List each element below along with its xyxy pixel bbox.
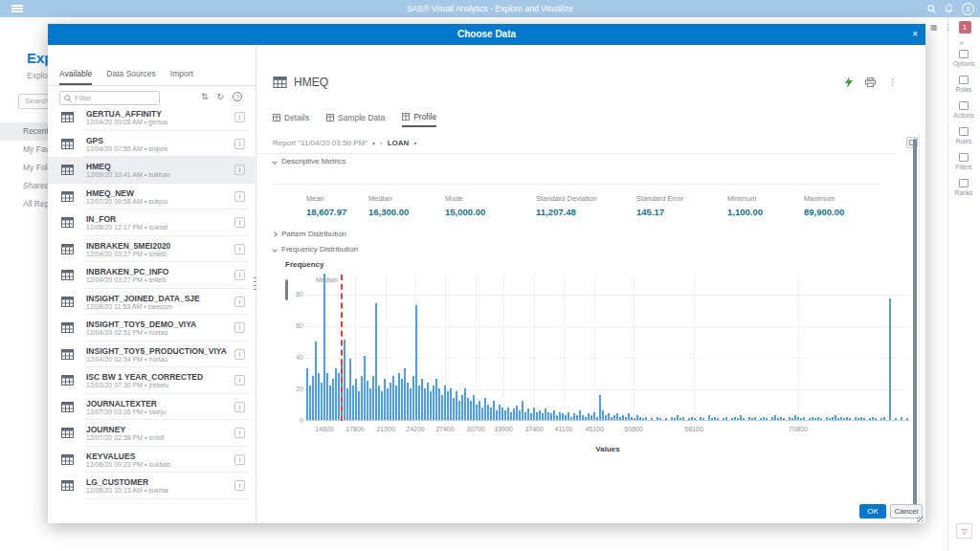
histogram-bar[interactable]	[410, 388, 412, 420]
info-icon[interactable]: i	[234, 297, 245, 307]
histogram-bar[interactable]	[717, 418, 719, 420]
histogram-bar[interactable]	[619, 417, 621, 420]
histogram-bar[interactable]	[665, 418, 667, 420]
histogram-bar[interactable]	[530, 413, 532, 420]
dataset-row[interactable]: ISC BW 1 YEAR_CORRECTED12/03/20 07:30 PM…	[48, 367, 255, 394]
histogram-bar[interactable]	[542, 413, 544, 420]
histogram-bar[interactable]	[501, 408, 503, 420]
histogram-bar[interactable]	[766, 418, 768, 420]
info-icon[interactable]: i	[234, 322, 245, 333]
histogram-bar[interactable]	[751, 418, 753, 420]
rail-filter-icon[interactable]: ▽	[956, 523, 972, 539]
histogram-bar[interactable]	[390, 383, 391, 420]
histogram-bar[interactable]	[593, 412, 595, 420]
histogram-bar[interactable]	[731, 418, 733, 420]
histogram-bar[interactable]	[677, 415, 679, 420]
histogram-bar[interactable]	[639, 417, 641, 420]
ok-button[interactable]: OK	[859, 504, 886, 518]
histogram-bar[interactable]	[484, 398, 486, 420]
rail-item-ranks[interactable]: Ranks	[947, 179, 980, 205]
histogram-bar[interactable]	[872, 417, 874, 420]
histogram-bar[interactable]	[522, 401, 523, 420]
histogram-bar[interactable]	[702, 418, 704, 420]
histogram-bar[interactable]	[378, 386, 380, 420]
resize-grip[interactable]	[917, 517, 924, 522]
histogram-bar[interactable]	[829, 418, 831, 420]
dataset-row[interactable]: INBRAKEN_5MEI202012/04/20 03:27 PM • snl…	[48, 236, 255, 263]
section-pattern-distribution[interactable]: Pattern Distribution	[273, 230, 346, 238]
histogram-bar[interactable]	[734, 417, 736, 420]
histogram-bar[interactable]	[636, 415, 638, 420]
histogram-bar[interactable]	[453, 398, 455, 420]
histogram-bar[interactable]	[507, 408, 509, 420]
histogram-bar[interactable]	[725, 417, 727, 420]
histogram-bar[interactable]	[596, 417, 598, 420]
histogram-bar[interactable]	[590, 415, 592, 420]
histogram-bar[interactable]	[613, 415, 615, 420]
info-icon[interactable]: i	[234, 349, 245, 360]
histogram-bar[interactable]	[708, 415, 710, 420]
filter-input[interactable]: Filter	[59, 91, 160, 105]
histogram-bar[interactable]	[430, 391, 432, 420]
histogram-bar[interactable]	[634, 418, 635, 420]
histogram-bar[interactable]	[464, 388, 466, 420]
histogram-bar[interactable]	[814, 418, 816, 420]
histogram-bar[interactable]	[863, 418, 865, 420]
histogram-bar[interactable]	[461, 395, 463, 420]
dataset-row[interactable]: GPS12/04/20 07:55 AM • snlpeki	[48, 131, 255, 158]
histogram-bar[interactable]	[889, 298, 891, 420]
info-icon[interactable]: i	[234, 480, 245, 491]
histogram-bar[interactable]	[355, 379, 357, 420]
histogram-bar[interactable]	[516, 406, 518, 420]
info-icon[interactable]: i	[234, 191, 245, 202]
histogram-bar[interactable]	[361, 376, 363, 420]
histogram-bar[interactable]	[860, 417, 862, 420]
search-icon[interactable]	[927, 5, 936, 13]
histogram-bar[interactable]	[332, 379, 334, 420]
histogram-bar[interactable]	[315, 342, 317, 420]
histogram-bar[interactable]	[671, 417, 673, 420]
histogram-bar[interactable]	[858, 418, 859, 420]
histogram-bar[interactable]	[803, 417, 805, 420]
dataset-row[interactable]: INBRAKEN_PC_INFO12/04/20 03:27 PM • snle…	[48, 262, 255, 289]
histogram-bar[interactable]	[674, 418, 676, 420]
histogram-bar[interactable]	[384, 379, 386, 420]
histogram-bar[interactable]	[309, 386, 311, 420]
histogram-bar[interactable]	[556, 415, 558, 420]
histogram-bar[interactable]	[817, 417, 819, 420]
histogram-bar[interactable]	[321, 383, 323, 420]
dataset-row[interactable]: LG_CUSTOMER12/08/20 10:13 AM • sukhari	[48, 473, 255, 499]
histogram-bar[interactable]	[504, 410, 506, 420]
histogram-bar[interactable]	[679, 418, 681, 420]
histogram-bar[interactable]	[524, 412, 526, 420]
histogram-bar[interactable]	[559, 412, 561, 420]
page-number-badge[interactable]: 1	[959, 21, 971, 33]
quick-start-icon[interactable]	[845, 77, 853, 88]
histogram-bar[interactable]	[536, 412, 538, 420]
histogram-bar[interactable]	[364, 356, 366, 420]
histogram-bar[interactable]	[433, 386, 434, 420]
histogram-bar[interactable]	[381, 391, 383, 420]
histogram-bar[interactable]	[418, 386, 420, 420]
histogram-bar[interactable]	[826, 417, 828, 420]
histogram-bar[interactable]	[780, 417, 782, 420]
panel-splitter[interactable]	[254, 277, 256, 293]
histogram-bar[interactable]	[415, 305, 417, 420]
info-icon[interactable]: i	[234, 112, 245, 122]
histogram-bar[interactable]	[513, 408, 515, 420]
rail-item-rules[interactable]: Rules	[947, 127, 980, 153]
tab-sample-data[interactable]: Sample Data	[326, 112, 385, 127]
histogram-bar[interactable]	[447, 391, 449, 420]
histogram-bar[interactable]	[496, 410, 498, 420]
rail-item-options[interactable]: Options	[947, 50, 980, 76]
histogram-bar[interactable]	[392, 376, 394, 420]
histogram-bar[interactable]	[539, 410, 541, 420]
notifications-icon[interactable]	[945, 4, 953, 13]
histogram-bar[interactable]	[369, 388, 371, 420]
histogram-bar[interactable]	[840, 417, 842, 420]
profile-scrollbar[interactable]	[913, 139, 917, 514]
histogram-bar[interactable]	[789, 417, 791, 420]
report-selector[interactable]: Report "11/04/20 03:50 PM"	[273, 139, 368, 147]
histogram-bar[interactable]	[800, 418, 802, 420]
histogram-bar[interactable]	[398, 373, 400, 420]
